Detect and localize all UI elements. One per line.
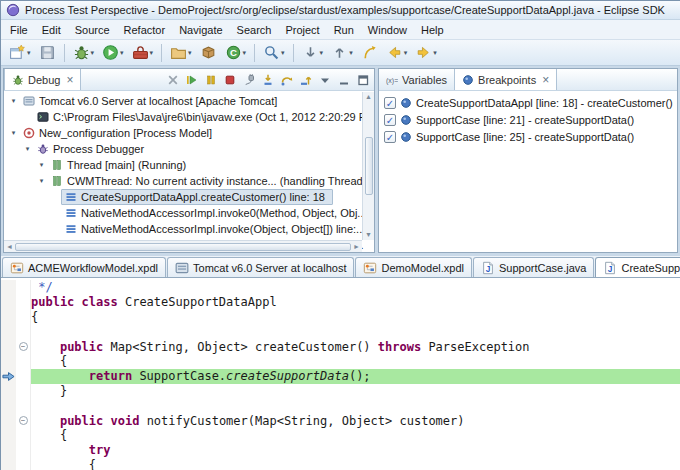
code-text[interactable]: } [31,384,680,399]
marker-bar[interactable] [1,384,16,399]
previous-annotation-button[interactable]: ▾ [327,42,357,64]
resume-button[interactable] [183,71,200,88]
run-button[interactable]: ▾ [98,42,128,64]
fold-bar[interactable] [16,324,31,339]
menu-help[interactable]: Help [414,21,451,39]
marker-bar[interactable] [1,458,16,470]
marker-bar[interactable] [1,369,16,384]
marker-bar[interactable] [1,413,16,428]
breakpoint-row[interactable]: ✓CreateSupportDataAppl [line: 18] - crea… [381,94,675,111]
code-text[interactable]: { [31,428,680,443]
view-menu-button[interactable] [316,71,333,88]
expander-icon[interactable]: ▾ [36,177,47,185]
terminate-button[interactable] [221,71,238,88]
close-icon[interactable]: × [542,75,549,85]
dropdown-arrow-icon[interactable]: ▾ [120,49,124,57]
step-return-button[interactable] [297,71,314,88]
code-text[interactable] [31,398,680,413]
marker-bar[interactable] [1,295,16,310]
suspend-button[interactable] [202,71,219,88]
menu-edit[interactable]: Edit [35,21,68,39]
scrollbar-thumb[interactable] [15,243,351,251]
remove-terminated-button[interactable] [164,71,181,88]
debug-tree-row[interactable]: ▾CWMThread: No current activity instance… [4,173,374,189]
last-edit-location-button[interactable] [357,42,382,64]
tree-row-content[interactable]: NativeMethodAccessorImpl.invoke(Object, … [61,221,373,237]
marker-bar[interactable] [1,324,16,339]
debug-tree-row[interactable]: NativeMethodAccessorImpl.invoke0(Method,… [4,205,374,221]
marker-bar[interactable] [1,428,16,443]
scrollbar-thumb[interactable] [365,137,373,195]
debug-tree-row[interactable]: C:\Program Files\Java\jre6\bin\javaw.exe… [4,109,374,125]
breakpoint-row[interactable]: ✓SupportCase [line: 21] - createSupportD… [381,111,675,128]
fold-bar[interactable] [16,354,31,369]
code-text[interactable]: { [31,458,680,470]
titlebar[interactable]: Process Test Perspective - DemoProject/s… [1,1,680,20]
marker-bar[interactable] [1,339,16,354]
fold-bar[interactable] [16,458,31,470]
debug-tree-row[interactable]: ▾Thread [main] (Running) [4,157,374,173]
tab-debug[interactable]: Debug × [4,69,81,90]
scroll-up-icon[interactable]: ▲ [365,93,372,101]
dropdown-arrow-icon[interactable]: ▾ [243,49,247,57]
dropdown-arrow-icon[interactable]: ▾ [433,49,437,57]
expander-icon[interactable]: ▾ [22,145,33,153]
code-text[interactable]: public void notifyCustomer(Map<String, O… [31,413,680,428]
marker-bar[interactable] [1,310,16,325]
menu-window[interactable]: Window [361,21,414,39]
collapse-icon[interactable]: − [19,416,28,425]
editor-tab[interactable]: Tomcat v6.0 Server at localhost [167,257,354,277]
debug-tree-row[interactable]: CreateSupportDataAppl.createCustomer() l… [4,189,374,205]
code-line[interactable]: − public Map<String, Object> createCusto… [1,339,680,354]
breakpoint-checkbox[interactable]: ✓ [384,97,396,109]
step-into-button[interactable] [259,71,276,88]
debug-horizontal-scrollbar[interactable]: ◄ ► [4,240,362,252]
code-line[interactable]: { [1,458,680,470]
new-class-button[interactable]: C▾ [221,42,251,64]
tab-variables[interactable]: (x)=Variables [379,69,454,90]
new-wizard-button[interactable]: ▾ [5,42,35,64]
dropdown-arrow-icon[interactable]: ▾ [27,49,31,57]
menu-file[interactable]: File [3,21,35,39]
debug-tree-row[interactable]: ▾Process Debugger [4,141,374,157]
debug-vertical-scrollbar[interactable]: ▲ ▼ [362,92,374,240]
code-line[interactable]: } [1,384,680,399]
code-text[interactable]: { [31,354,680,369]
menu-search[interactable]: Search [230,21,279,39]
forward-button[interactable]: ▾ [411,42,441,64]
marker-bar[interactable] [1,280,16,295]
fold-bar[interactable] [16,398,31,413]
fold-bar[interactable] [16,280,31,295]
code-line[interactable] [1,398,680,413]
back-button[interactable]: ▾ [382,42,412,64]
dropdown-arrow-icon[interactable]: ▾ [281,49,285,57]
menu-refactor[interactable]: Refactor [117,21,173,39]
code-line[interactable]: − public void notifyCustomer(Map<String,… [1,413,680,428]
scroll-right-icon[interactable]: ► [353,243,360,251]
tab-breakpoints[interactable]: Breakpoints× [454,69,557,90]
next-annotation-button[interactable]: ▾ [298,42,328,64]
tree-row-content[interactable]: New_configuration [Process Model] [19,125,220,141]
debug-button[interactable]: ▾ [69,42,99,64]
tree-row-content[interactable]: CWMThread: No current activity instance.… [47,173,371,189]
dropdown-arrow-icon[interactable]: ▾ [91,49,95,57]
fold-bar[interactable] [16,310,31,325]
code-text[interactable]: public Map<String, Object> createCustome… [31,339,680,354]
fold-bar[interactable]: − [16,339,31,354]
breakpoint-checkbox[interactable]: ✓ [384,131,396,143]
code-line[interactable]: { [1,310,680,325]
editor-tab[interactable]: ACMEWorkflowModel.xpdl [2,257,166,277]
debug-tree-row[interactable]: NativeMethodAccessorImpl.invoke(Object, … [4,221,374,237]
code-line[interactable] [1,324,680,339]
save-button[interactable] [35,42,60,64]
fold-bar[interactable] [16,295,31,310]
code-line[interactable]: try [1,443,680,458]
debug-tree-row[interactable]: ▾Tomcat v6.0 Server at localhost [Apache… [4,93,374,109]
code-text[interactable]: public class CreateSupportDataAppl [31,295,680,310]
minimize-button[interactable] [335,71,352,88]
fold-bar[interactable] [16,384,31,399]
new-package-button[interactable] [196,42,221,64]
editor-tab[interactable]: DemoModel.xpdl [355,257,472,277]
close-icon[interactable]: × [66,75,73,85]
menu-navigate[interactable]: Navigate [172,21,229,39]
